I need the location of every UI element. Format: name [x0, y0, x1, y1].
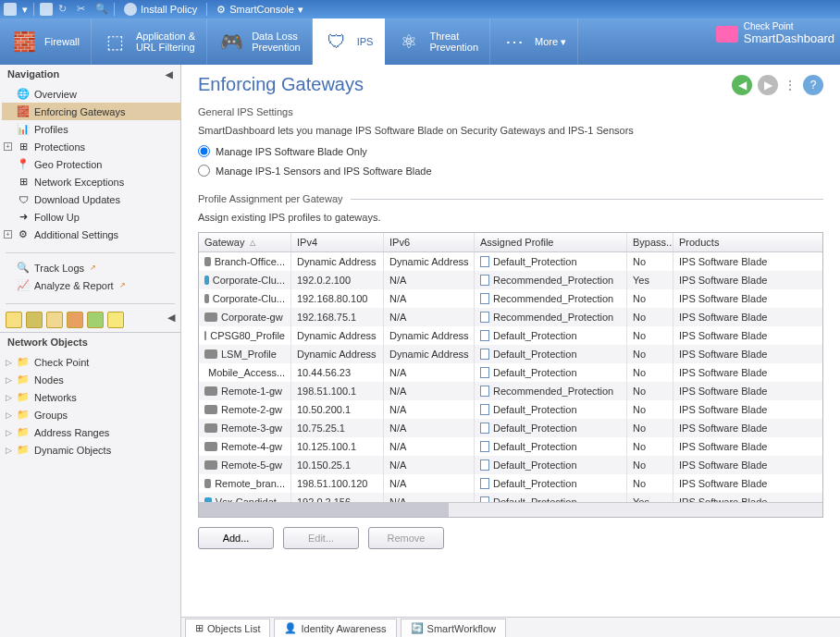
nav-overview[interactable]: 🌐Overview [2, 85, 180, 103]
table-row[interactable]: Remote_bran...198.51.100.120N/ADefault_P… [199, 474, 822, 493]
col-gateway[interactable]: Gateway△ [199, 233, 291, 251]
table-row[interactable]: Remote-1-gw198.51.100.1N/ARecommended_Pr… [199, 382, 822, 400]
folder-icon: 📁 [16, 443, 31, 457]
doc-icon [480, 275, 489, 286]
item-icon: ⊞ [16, 140, 31, 153]
ribbon: 🧱Firewall⬚Application &URL Filtering🎮Dat… [0, 18, 840, 65]
gateway-icon [204, 423, 217, 433]
nav-geo-protection[interactable]: 📍Geo Protection [2, 155, 180, 173]
tab-icon: ⊞ [195, 622, 204, 634]
col-bypass-[interactable]: Bypass... [627, 233, 673, 251]
tab-data-loss-prevention[interactable]: 🎮Data LossPrevention [207, 18, 313, 65]
table-row[interactable]: Remote-4-gw10.125.100.1N/ADefault_Protec… [199, 437, 822, 456]
tool-analyze-report[interactable]: 📈Analyze & Report↗ [2, 276, 180, 294]
main-panel: Enforcing Gateways ◀ ▶ ⋮ ? General IPS S… [181, 65, 840, 637]
toolbar-btn-2[interactable] [26, 312, 43, 328]
more--icon: ⋯ [501, 29, 527, 55]
more-icon[interactable]: ⋮ [784, 78, 797, 92]
bottom-tab-identity-awareness[interactable]: 👤Identity Awareness [274, 619, 396, 637]
col-products[interactable]: Products [673, 233, 780, 251]
network-objects-header: Network Objects [0, 333, 180, 351]
nav-network-exceptions[interactable]: ⊞Network Exceptions [2, 173, 180, 190]
add-button[interactable]: Add... [198, 527, 274, 549]
bottom-tab-smartworkflow[interactable]: 🔄SmartWorkflow [401, 619, 506, 637]
col-ipv-[interactable]: IPv4 [291, 233, 384, 251]
nav-enforcing-gateways[interactable]: 🧱Enforcing Gateways [2, 103, 180, 120]
table-row[interactable]: Corporate-gw192.168.75.1N/ARecommended_P… [199, 308, 822, 326]
item-icon: ⚙ [16, 227, 31, 241]
bottom-tab-objects-list[interactable]: ⊞Objects List [185, 619, 270, 637]
remove-button[interactable]: Remove [368, 527, 444, 549]
nav-download-updates[interactable]: 🛡Download Updates [2, 190, 180, 208]
general-settings-title: General IPS Settings [198, 106, 823, 117]
obj-address-ranges[interactable]: ▷📁Address Ranges [2, 423, 180, 441]
application-url-filtering-icon: ⬚ [103, 29, 129, 55]
radio-sensors-blade[interactable]: Manage IPS-1 Sensors and IPS Software Bl… [198, 165, 823, 177]
obj-nodes[interactable]: ▷📁Nodes [2, 371, 180, 388]
folder-icon: 📁 [16, 390, 31, 404]
general-settings-desc: SmartDashboard lets you manage IPS Softw… [198, 125, 823, 136]
profile-assignment-desc: Assign existing IPS profiles to gateways… [198, 212, 823, 223]
tab-firewall[interactable]: 🧱Firewall [0, 18, 92, 65]
col-assigned-profile[interactable]: Assigned Profile [475, 233, 627, 251]
toolbar-btn-5[interactable] [87, 312, 104, 328]
obj-dynamic-objects[interactable]: ▷📁Dynamic Objects [2, 441, 180, 459]
table-row[interactable]: CPSG80_ProfileDynamic AddressDynamic Add… [199, 326, 822, 345]
doc-icon [480, 349, 489, 360]
table-row[interactable]: Remote-2-gw10.50.200.1N/ADefault_Protect… [199, 400, 822, 419]
doc-icon [480, 404, 489, 415]
collapse-icon[interactable]: ◀ [166, 69, 173, 80]
table-row[interactable]: LSM_ProfileDynamic AddressDynamic Addres… [199, 345, 822, 363]
toolbar-chevron-icon[interactable]: ◀ [167, 312, 175, 328]
horizontal-scrollbar[interactable] [199, 502, 822, 517]
brand: Check PointSmartDashboard [716, 22, 834, 45]
tab-more-[interactable]: ⋯More ▾ [490, 18, 578, 65]
obj-networks[interactable]: ▷📁Networks [2, 388, 180, 406]
toolbar-btn-6[interactable] [107, 312, 124, 328]
item-icon: 📍 [16, 157, 31, 171]
edit-button[interactable]: Edit... [283, 527, 359, 549]
help-button[interactable]: ? [803, 75, 823, 95]
gateway-icon [204, 349, 217, 359]
forward-button[interactable]: ▶ [758, 75, 778, 95]
folder-icon: 📁 [16, 373, 31, 386]
tool-track-logs[interactable]: 🔍Track Logs↗ [2, 259, 180, 276]
toolbar-btn-1[interactable] [6, 312, 22, 328]
toolbar-btn-3[interactable] [46, 312, 63, 328]
tab-threat-prevention[interactable]: ⚛ThreatPrevention [385, 18, 490, 65]
table-row[interactable]: Corporate-Clu...192.168.80.100N/ARecomme… [199, 289, 822, 308]
search-icon[interactable]: 🔍 [95, 3, 108, 16]
doc-icon [480, 478, 489, 489]
table-row[interactable]: Mobile_Access...10.44.56.23N/ADefault_Pr… [199, 363, 822, 382]
nav-profiles[interactable]: 📊Profiles [2, 120, 180, 138]
table-row[interactable]: Remote-5-gw10.150.25.1N/ADefault_Protect… [199, 456, 822, 474]
refresh-icon[interactable]: ↻ [58, 3, 71, 16]
radio-blade-only[interactable]: Manage IPS Software Blade Only [198, 145, 823, 157]
nav-protections[interactable]: +⊞Protections [2, 138, 180, 155]
data-loss-prevention-icon: 🎮 [218, 29, 244, 55]
smartconsole-button[interactable]: ⚙SmartConsole ▾ [213, 4, 307, 16]
nav-follow-up[interactable]: ➜Follow Up [2, 208, 180, 226]
install-policy-button[interactable]: Install Policy [120, 3, 201, 16]
doc-icon [480, 367, 489, 378]
back-button[interactable]: ◀ [732, 75, 752, 95]
doc-icon [480, 386, 489, 397]
col-ipv-[interactable]: IPv6 [384, 233, 475, 251]
toolbar-btn-4[interactable] [67, 312, 83, 328]
obj-check-point[interactable]: ▷📁Check Point [2, 353, 180, 371]
nav-additional-settings[interactable]: +⚙Additional Settings [2, 226, 180, 243]
gateway-icon [204, 386, 217, 396]
item-icon: ⊞ [16, 175, 31, 189]
save-icon[interactable] [40, 3, 53, 16]
doc-icon [480, 423, 489, 434]
table-row[interactable]: Remote-3-gw10.75.25.1N/ADefault_Protecti… [199, 419, 822, 437]
table-row[interactable]: Vsx-Candidat...192.0.2.156N/ADefault_Pro… [199, 493, 822, 502]
table-row[interactable]: Corporate-Clu...192.0.2.100N/ARecommende… [199, 271, 822, 289]
gateway-icon [204, 460, 217, 470]
cut-icon[interactable]: ✂ [77, 3, 90, 16]
table-row[interactable]: Branch-Office...Dynamic AddressDynamic A… [199, 252, 822, 271]
tab-ips[interactable]: 🛡IPS [313, 18, 386, 65]
tab-application-url-filtering[interactable]: ⬚Application &URL Filtering [92, 18, 207, 65]
obj-groups[interactable]: ▷📁Groups [2, 406, 180, 423]
titlebar: ▾ ↻ ✂ 🔍 Install Policy ⚙SmartConsole ▾ [0, 0, 840, 18]
